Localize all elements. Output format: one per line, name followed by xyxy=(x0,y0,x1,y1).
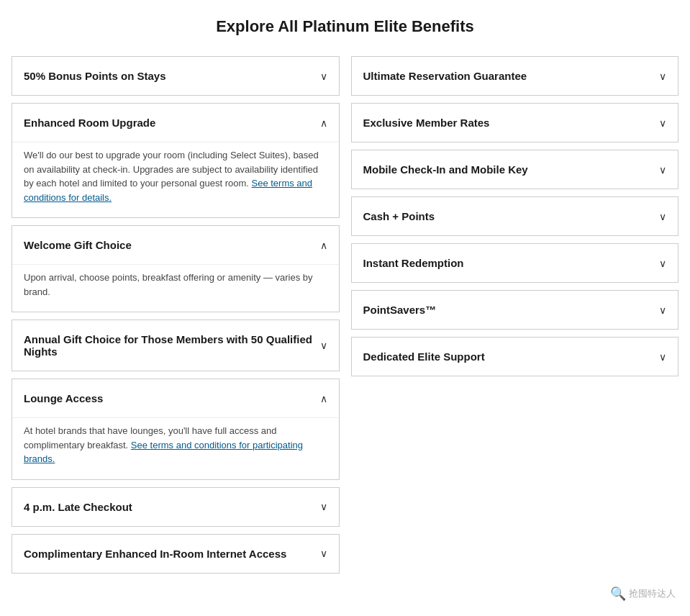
accordion-label-member-rates: Exclusive Member Rates xyxy=(363,117,490,129)
accordion-label-mobile-checkin: Mobile Check-In and Mobile Key xyxy=(363,163,528,176)
page-container: Explore All Platinum Elite Benefits 50% … xyxy=(0,0,690,610)
watermark-icon: 🔍 xyxy=(610,586,626,602)
accordion-label-cash-points: Cash + Points xyxy=(363,210,435,222)
accordion-item-cash-points: Cash + Points∨ xyxy=(351,196,679,236)
accordion-item-room-upgrade: Enhanced Room Upgrade∧We'll do our best … xyxy=(12,103,340,218)
chevron-down-icon: ∨ xyxy=(659,304,666,316)
right-column: Ultimate Reservation Guarantee∨Exclusive… xyxy=(351,56,679,581)
watermark: 🔍 抢囤特达人 xyxy=(610,586,676,602)
accordion-label-annual-gift: Annual Gift Choice for Those Members wit… xyxy=(24,333,314,358)
chevron-down-icon: ∨ xyxy=(320,71,327,82)
chevron-up-icon: ∧ xyxy=(320,240,327,251)
accordion-header-cash-points[interactable]: Cash + Points∨ xyxy=(352,197,678,235)
accordion-link-room-upgrade[interactable]: See terms and conditions for details. xyxy=(24,178,312,203)
accordion-item-elite-support: Dedicated Elite Support∨ xyxy=(351,337,679,376)
accordion-header-welcome-gift[interactable]: Welcome Gift Choice∧ xyxy=(12,226,339,264)
accordion-label-late-checkout: 4 p.m. Late Checkout xyxy=(24,501,132,513)
accordion-item-lounge-access: Lounge Access∧At hotel brands that have … xyxy=(12,379,340,480)
accordion-header-room-upgrade[interactable]: Enhanced Room Upgrade∧ xyxy=(12,104,339,142)
accordion-item-annual-gift: Annual Gift Choice for Those Members wit… xyxy=(12,320,340,371)
accordion-label-pointsavers: PointSavers™ xyxy=(363,304,437,316)
left-column: 50% Bonus Points on Stays∨Enhanced Room … xyxy=(12,56,340,581)
chevron-down-icon: ∨ xyxy=(659,351,666,363)
accordion-body-welcome-gift: Upon arrival, choose points, breakfast o… xyxy=(12,264,339,312)
accordion-header-member-rates[interactable]: Exclusive Member Rates∨ xyxy=(352,104,678,142)
accordion-item-pointsavers: PointSavers™∨ xyxy=(351,290,679,330)
accordion-item-instant-redemption: Instant Redemption∨ xyxy=(351,243,679,283)
accordion-header-elite-support[interactable]: Dedicated Elite Support∨ xyxy=(352,338,678,376)
columns-layout: 50% Bonus Points on Stays∨Enhanced Room … xyxy=(12,56,678,581)
accordion-header-bonus-points[interactable]: 50% Bonus Points on Stays∨ xyxy=(12,57,339,95)
accordion-label-elite-support: Dedicated Elite Support xyxy=(363,350,485,363)
accordion-label-instant-redemption: Instant Redemption xyxy=(363,257,464,269)
accordion-label-bonus-points: 50% Bonus Points on Stays xyxy=(24,70,166,82)
chevron-down-icon: ∨ xyxy=(659,258,666,269)
accordion-item-late-checkout: 4 p.m. Late Checkout∨ xyxy=(12,487,340,527)
chevron-down-icon: ∨ xyxy=(320,548,327,559)
accordion-item-bonus-points: 50% Bonus Points on Stays∨ xyxy=(12,56,340,96)
watermark-text: 抢囤特达人 xyxy=(629,587,676,600)
accordion-item-reservation-guarantee: Ultimate Reservation Guarantee∨ xyxy=(351,56,679,96)
accordion-header-annual-gift[interactable]: Annual Gift Choice for Those Members wit… xyxy=(12,320,339,371)
accordion-header-internet[interactable]: Complimentary Enhanced In-Room Internet … xyxy=(12,535,339,573)
accordion-header-reservation-guarantee[interactable]: Ultimate Reservation Guarantee∨ xyxy=(352,57,678,95)
accordion-label-room-upgrade: Enhanced Room Upgrade xyxy=(24,117,155,129)
accordion-header-instant-redemption[interactable]: Instant Redemption∨ xyxy=(352,244,678,282)
accordion-item-member-rates: Exclusive Member Rates∨ xyxy=(351,103,679,142)
chevron-down-icon: ∨ xyxy=(659,211,666,222)
chevron-down-icon: ∨ xyxy=(320,501,327,512)
chevron-up-icon: ∧ xyxy=(320,117,327,129)
chevron-down-icon: ∨ xyxy=(659,164,666,176)
accordion-item-internet: Complimentary Enhanced In-Room Internet … xyxy=(12,534,340,574)
accordion-label-welcome-gift: Welcome Gift Choice xyxy=(24,239,132,251)
accordion-label-reservation-guarantee: Ultimate Reservation Guarantee xyxy=(363,70,527,82)
accordion-item-mobile-checkin: Mobile Check-In and Mobile Key∨ xyxy=(351,150,679,189)
accordion-body-room-upgrade: We'll do our best to upgrade your room (… xyxy=(12,142,339,217)
accordion-header-pointsavers[interactable]: PointSavers™∨ xyxy=(352,291,678,329)
accordion-label-internet: Complimentary Enhanced In-Room Internet … xyxy=(24,548,286,560)
accordion-header-mobile-checkin[interactable]: Mobile Check-In and Mobile Key∨ xyxy=(352,150,678,189)
accordion-item-welcome-gift: Welcome Gift Choice∧Upon arrival, choose… xyxy=(12,225,340,312)
chevron-down-icon: ∨ xyxy=(659,71,666,82)
accordion-link-lounge-access[interactable]: See terms and conditions for participati… xyxy=(24,440,303,465)
chevron-down-icon: ∨ xyxy=(659,117,666,129)
accordion-header-lounge-access[interactable]: Lounge Access∧ xyxy=(12,379,339,417)
accordion-body-lounge-access: At hotel brands that have lounges, you'l… xyxy=(12,417,339,479)
accordion-header-late-checkout[interactable]: 4 p.m. Late Checkout∨ xyxy=(12,488,339,526)
chevron-down-icon: ∨ xyxy=(320,340,327,351)
chevron-up-icon: ∧ xyxy=(320,393,327,404)
page-title: Explore All Platinum Elite Benefits xyxy=(12,17,678,36)
accordion-label-lounge-access: Lounge Access xyxy=(24,392,103,404)
